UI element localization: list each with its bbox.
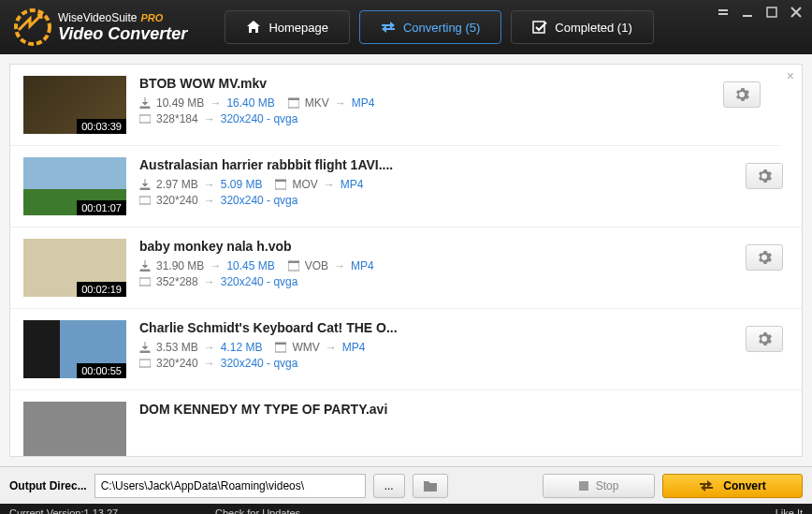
convert-label: Convert xyxy=(723,479,765,492)
close-button[interactable] xyxy=(790,6,803,19)
resolution-icon xyxy=(139,276,151,287)
format-dst: MP4 xyxy=(342,341,366,354)
gear-icon xyxy=(757,250,772,265)
convert-button[interactable]: Convert xyxy=(662,474,803,498)
res-dst: 320x240 - qvga xyxy=(221,194,298,207)
video-thumbnail: 00:00:55 xyxy=(23,320,126,378)
video-duration: 00:01:07 xyxy=(77,200,126,215)
video-title: BTOB WOW MV.mkv xyxy=(139,76,766,91)
like-it-link[interactable]: Like It xyxy=(747,507,803,514)
size-dst: 10.45 MB xyxy=(226,259,274,272)
size-dst: 4.12 MB xyxy=(221,341,263,354)
res-dst: 320x240 - qvga xyxy=(221,112,298,125)
arrow-icon: → xyxy=(204,194,215,207)
arrow-icon: → xyxy=(204,112,215,125)
brand-pro: PRO xyxy=(141,12,164,23)
svg-rect-2 xyxy=(718,9,728,11)
size-src: 2.97 MB xyxy=(156,178,198,191)
compact-icon[interactable] xyxy=(717,6,730,19)
converting-icon xyxy=(381,20,396,35)
arrow-icon: → xyxy=(324,178,335,191)
gear-icon xyxy=(757,331,772,346)
format-icon xyxy=(275,342,286,353)
video-duration: 00:03:39 xyxy=(77,119,126,134)
gear-icon xyxy=(734,87,749,102)
item-settings-button[interactable] xyxy=(746,326,783,352)
close-list-icon[interactable]: × xyxy=(779,65,802,87)
svg-rect-8 xyxy=(139,115,151,123)
minimize-button[interactable] xyxy=(741,6,754,19)
arrow-icon: → xyxy=(334,259,345,272)
item-settings-button[interactable] xyxy=(746,163,783,189)
list-item[interactable]: DOM KENNEDY MY TYPE OF PARTY.avi xyxy=(10,390,802,457)
item-settings-button[interactable] xyxy=(723,81,761,108)
format-src: WMV xyxy=(292,341,319,354)
format-icon xyxy=(288,97,299,109)
resolution-icon xyxy=(139,195,151,206)
arrow-icon: → xyxy=(204,178,215,191)
arrow-icon: → xyxy=(210,96,221,110)
size-icon xyxy=(139,260,151,272)
video-thumbnail: 00:02:19 xyxy=(23,239,126,297)
format-src: VOB xyxy=(305,259,328,272)
svg-rect-10 xyxy=(275,180,286,182)
res-src: 320*240 xyxy=(156,194,198,207)
svg-rect-3 xyxy=(718,13,728,15)
size-dst: 5.09 MB xyxy=(221,178,263,191)
maximize-button[interactable] xyxy=(765,6,778,19)
arrow-icon: → xyxy=(204,275,215,288)
res-src: 352*288 xyxy=(156,275,198,288)
list-item[interactable]: 00:00:55 Charlie Schmidt's Keyboard Cat!… xyxy=(10,309,802,390)
format-icon xyxy=(275,179,286,190)
size-icon xyxy=(139,179,151,190)
folder-icon xyxy=(423,479,438,492)
size-icon xyxy=(139,342,151,353)
tab-converting[interactable]: Converting (5) xyxy=(359,10,501,44)
tab-homepage[interactable]: Homepage xyxy=(225,10,350,44)
output-dir-label: Output Direc... xyxy=(9,479,87,492)
tab-label: Completed (1) xyxy=(555,21,631,35)
stop-button[interactable]: Stop xyxy=(543,474,655,498)
resolution-icon xyxy=(139,358,151,369)
format-dst: MP4 xyxy=(352,96,375,110)
conversion-list: × 00:03:39 BTOB WOW MV.mkv 10.49 MB → 16… xyxy=(9,64,803,457)
format-src: MOV xyxy=(292,178,317,191)
svg-rect-18 xyxy=(579,481,588,491)
format-src: MKV xyxy=(305,96,329,110)
output-dir-input[interactable] xyxy=(94,474,366,498)
video-title: Australasian harrier rabbbit flight 1AVI… xyxy=(139,157,789,172)
video-thumbnail xyxy=(23,402,126,457)
gear-icon xyxy=(757,169,772,184)
home-icon xyxy=(246,20,261,35)
video-title: Charlie Schmidt's Keyboard Cat! THE O... xyxy=(139,320,789,335)
svg-rect-13 xyxy=(288,261,299,263)
svg-rect-7 xyxy=(288,98,299,100)
svg-rect-4 xyxy=(743,15,752,17)
arrow-icon: → xyxy=(210,259,221,272)
svg-rect-16 xyxy=(275,343,286,345)
video-title: baby monkey nala h.vob xyxy=(139,239,789,254)
svg-rect-17 xyxy=(139,360,151,367)
convert-icon xyxy=(699,479,714,492)
arrow-icon: → xyxy=(204,341,215,354)
format-dst: MP4 xyxy=(351,259,374,272)
list-item[interactable]: 00:03:39 BTOB WOW MV.mkv 10.49 MB → 16.4… xyxy=(10,65,779,146)
arrow-icon: → xyxy=(204,357,215,370)
video-title: DOM KENNEDY MY TYPE OF PARTY.avi xyxy=(139,402,789,417)
list-item[interactable]: 00:01:07 Australasian harrier rabbbit fl… xyxy=(10,146,802,228)
open-folder-button[interactable] xyxy=(413,474,448,498)
size-dst: 16.40 MB xyxy=(226,96,274,110)
item-settings-button[interactable] xyxy=(746,244,783,271)
tab-completed[interactable]: Completed (1) xyxy=(511,10,653,44)
app-logo: WiseVideoSuitePRO Video Converter xyxy=(13,7,187,47)
logo-icon xyxy=(13,7,52,47)
list-item[interactable]: 00:02:19 baby monkey nala h.vob 31.90 MB… xyxy=(10,228,802,309)
browse-button[interactable]: ... xyxy=(373,474,405,498)
size-src: 31.90 MB xyxy=(156,259,204,272)
video-thumbnail: 00:01:07 xyxy=(23,157,126,215)
video-duration: 00:00:55 xyxy=(77,363,126,378)
size-src: 10.49 MB xyxy=(156,96,204,110)
stop-icon xyxy=(579,481,588,491)
check-updates-link[interactable]: Check for Updates. xyxy=(215,507,747,514)
arrow-icon: → xyxy=(326,341,337,354)
